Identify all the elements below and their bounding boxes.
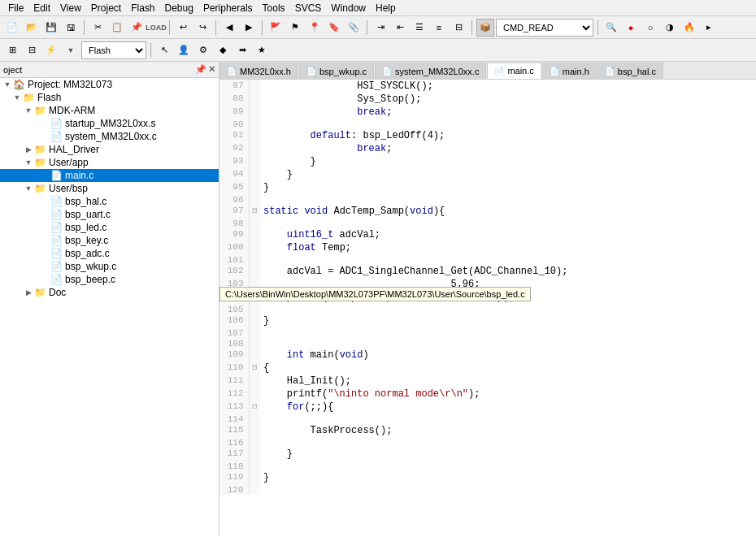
search-btn[interactable]: 🔍 (602, 19, 620, 37)
redo-btn[interactable]: ↪ (193, 19, 211, 37)
bookmark-btn[interactable]: 🚩 (267, 19, 285, 37)
code-line: Sys_Stop(); (260, 93, 756, 106)
sidebar-item-doc[interactable]: ▶ 📁 Doc (0, 286, 219, 299)
sidebar-item-userbsp[interactable]: ▼ 📁 User/bsp (0, 182, 219, 195)
bspbeep-icon: 📄 (50, 274, 63, 285)
fold-btn[interactable]: ⊟ (249, 362, 260, 375)
sidebar-item-bsphal[interactable]: 📄 bsp_hal.c (0, 195, 219, 208)
indent-btn[interactable]: ⇥ (371, 19, 389, 37)
cut-btn[interactable]: ✂ (89, 19, 106, 37)
tab-mainh[interactable]: 📄 main.h (542, 63, 597, 79)
dbg3-btn[interactable]: ◑ (661, 19, 679, 37)
sidebar-item-mdk[interactable]: ▼ 📁 MDK-ARM (0, 104, 219, 117)
table-row: 87 HSI_SYSCLK(); (219, 80, 756, 93)
tb2-person[interactable]: 👤 (175, 41, 193, 59)
bsphal-label: bsp_hal.c (65, 196, 106, 207)
dbg4-btn[interactable]: 🔥 (680, 19, 698, 37)
menu-edit[interactable]: Edit (28, 2, 55, 15)
fold-btn[interactable]: ⊟ (249, 205, 260, 218)
flash-folder-icon: 📁 (23, 92, 35, 103)
tab-bspwkup[interactable]: 📄 bsp_wkup.c (299, 63, 374, 79)
sidebar-item-mainc[interactable]: 📄 main.c (0, 169, 219, 182)
bookmark3-btn[interactable]: 📍 (306, 19, 324, 37)
nav-back-btn[interactable]: ◀ (220, 19, 238, 37)
fold-btn (249, 484, 260, 495)
tb2-diamond[interactable]: ◆ (214, 41, 232, 59)
dbg1-btn[interactable]: ● (622, 19, 640, 37)
undo-btn[interactable]: ↩ (174, 19, 192, 37)
menu-file[interactable]: File (3, 2, 28, 15)
hal-expand-icon: ▶ (23, 145, 34, 154)
code-line: 5.96; (260, 278, 756, 291)
cmd-dropdown[interactable]: CMD_READ (496, 19, 593, 37)
sidebar-item-bspbeep[interactable]: 📄 bsp_beep.c (0, 273, 219, 286)
menu-help[interactable]: Help (371, 2, 401, 15)
bspadc-label: bsp_adc.c (65, 248, 110, 259)
nav-fwd-btn[interactable]: ▶ (240, 19, 258, 37)
code-editor[interactable]: 87 HSI_SYSCLK();88 Sys_Stop();89 break;9… (219, 80, 756, 537)
flash-dropdown[interactable]: Flash (81, 41, 146, 59)
more-btn[interactable]: ▸ (700, 19, 718, 37)
sidebar-item-hal[interactable]: ▶ 📁 HAL_Driver (0, 143, 219, 156)
open-btn[interactable]: 📂 (23, 19, 41, 37)
tb2-btn3[interactable]: ⚡ (42, 41, 60, 59)
sidebar-pin[interactable]: 📌 (195, 64, 206, 75)
format2-btn[interactable]: ⊟ (450, 19, 467, 37)
tab-bspwkup-label: bsp_wkup.c (319, 67, 367, 76)
table-row: 113⊟ for(;;){ (219, 401, 756, 414)
sidebar-close[interactable]: ✕ (208, 64, 215, 75)
tb2-cursor[interactable]: ↖ (155, 41, 173, 59)
sidebar-item-startup[interactable]: 📄 startup_MM32L0xx.s (0, 117, 219, 130)
tb2-btn1[interactable]: ⊞ (3, 41, 21, 59)
save-btn[interactable]: 💾 (42, 19, 60, 37)
fold-btn (249, 327, 260, 338)
table-row: 99 uint16_t adcVal; (219, 228, 756, 241)
system-file-icon: 📄 (50, 131, 63, 142)
bookmark2-btn[interactable]: ⚑ (286, 19, 304, 37)
toolbar-main: 📄 📂 💾 🖫 ✂ 📋 📌 LOAD ↩ ↪ ◀ ▶ 🚩 ⚑ 📍 🔖 📎 ⇥ ⇤… (0, 16, 756, 39)
sidebar-item-flash[interactable]: ▼ 📁 Flash (0, 91, 219, 104)
menu-flash[interactable]: Flash (126, 2, 159, 15)
bookmark5-btn[interactable]: 📎 (345, 19, 363, 37)
outdent-btn[interactable]: ⇤ (391, 19, 409, 37)
tab-mainc[interactable]: 📄 main.c (487, 63, 541, 79)
fold-btn (249, 228, 260, 241)
copy-btn[interactable]: 📋 (108, 19, 126, 37)
sidebar-item-bspkey[interactable]: 📄 bsp_key.c (0, 234, 219, 247)
menu-window[interactable]: Window (326, 2, 371, 15)
dbg2-btn[interactable]: ○ (641, 19, 659, 37)
fold-btn (249, 265, 260, 278)
fold-btn[interactable]: ⊟ (249, 401, 260, 414)
menu-peripherals[interactable]: Peripherals (198, 2, 258, 15)
tb2-arrow[interactable]: ➡ (233, 41, 251, 59)
save-all-btn[interactable]: 🖫 (62, 19, 80, 37)
bookmark4-btn[interactable]: 🔖 (325, 19, 343, 37)
build-btn[interactable]: 📦 (476, 19, 494, 37)
sidebar-item-bspwkup[interactable]: 📄 bsp_wkup.c (0, 260, 219, 273)
sidebar-project-root[interactable]: ▼ 🏠 Project: MM32L073 (0, 78, 219, 91)
tab-systemmm32[interactable]: 📄 system_MM32L0xx.c (375, 63, 486, 79)
align-btn[interactable]: ☰ (411, 19, 428, 37)
menu-svcs[interactable]: SVCS (290, 2, 327, 15)
tab-bsphal[interactable]: 📄 bsp_hal.c (597, 63, 663, 79)
sidebar-item-bspadc[interactable]: 📄 bsp_adc.c (0, 247, 219, 260)
paste-btn[interactable]: 📌 (128, 19, 146, 37)
menu-project[interactable]: Project (86, 2, 126, 15)
new-btn[interactable]: 📄 (3, 19, 21, 37)
tab-mm32l0xxh[interactable]: 📄 MM32L0xx.h (219, 63, 298, 79)
sidebar-item-userapp[interactable]: ▼ 📁 User/app (0, 156, 219, 169)
bspkey-icon: 📄 (50, 235, 63, 246)
tb2-btn4[interactable]: ▼ (62, 41, 80, 59)
tb2-star[interactable]: ★ (253, 41, 271, 59)
sidebar-item-system[interactable]: 📄 system_MM32L0xx.c (0, 130, 219, 143)
sidebar-item-bspuart[interactable]: 📄 bsp_uart.c (0, 208, 219, 221)
sidebar-item-bspled[interactable]: 📄 bsp_led.c (0, 221, 219, 234)
menu-tools[interactable]: Tools (258, 2, 290, 15)
tb2-settings[interactable]: ⚙ (194, 41, 212, 59)
tb2-btn2[interactable]: ⊟ (23, 41, 41, 59)
tab-bspwkup-icon: 📄 (306, 67, 316, 76)
load-btn[interactable]: LOAD (147, 19, 165, 37)
menu-debug[interactable]: Debug (160, 2, 198, 15)
format-btn[interactable]: ≡ (430, 19, 448, 37)
menu-view[interactable]: View (55, 2, 86, 15)
